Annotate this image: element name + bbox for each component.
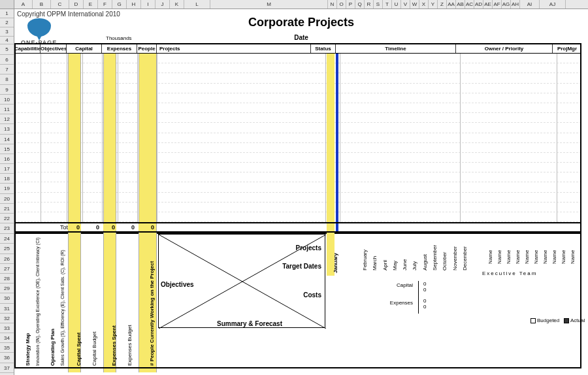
sec-objectives: Objectives bbox=[161, 281, 213, 288]
col-header-N[interactable]: N bbox=[328, 0, 337, 8]
capital-spent-label: Capital Spent bbox=[76, 333, 82, 366]
legend-actual: Actual bbox=[570, 318, 585, 323]
legend-budgeted: Budgeted bbox=[537, 318, 559, 323]
col-header-AA[interactable]: AA bbox=[447, 0, 456, 8]
owner-name-7: Name bbox=[551, 255, 557, 264]
col-header-X[interactable]: X bbox=[419, 0, 429, 8]
col-header-P[interactable]: P bbox=[346, 0, 355, 8]
timeline-marker bbox=[336, 54, 338, 232]
row-header-24[interactable]: 24 bbox=[0, 234, 14, 244]
col-header-M[interactable]: M bbox=[210, 0, 328, 8]
exp-v2: 0 bbox=[423, 304, 426, 310]
month-june: June bbox=[402, 261, 408, 270]
row-header-30[interactable]: 30 bbox=[0, 293, 14, 303]
col-header-F[interactable]: F bbox=[98, 0, 112, 8]
col-header-E[interactable]: E bbox=[84, 0, 98, 8]
col-header-Z[interactable]: Z bbox=[438, 0, 447, 8]
owner-name-1: Name bbox=[497, 255, 502, 264]
col-header-J[interactable]: J bbox=[155, 0, 170, 8]
col-header-R[interactable]: R bbox=[365, 0, 374, 8]
row-header-21[interactable]: 21 bbox=[0, 204, 14, 214]
row-header-1[interactable]: 1 bbox=[0, 9, 14, 18]
month-february: February bbox=[362, 261, 368, 270]
row-header-18[interactable]: 18 bbox=[0, 174, 14, 184]
col-header-Y[interactable]: Y bbox=[429, 0, 438, 8]
col-header-G[interactable]: G bbox=[112, 0, 127, 8]
col-header-A[interactable]: A bbox=[14, 0, 33, 8]
row-header-11[interactable]: 11 bbox=[0, 105, 14, 114]
col-header-H[interactable]: H bbox=[127, 0, 141, 8]
col-header-AH[interactable]: AH bbox=[511, 0, 520, 8]
col-header-C[interactable]: C bbox=[51, 0, 69, 8]
row-header-3[interactable]: 3 bbox=[0, 27, 14, 37]
col-header-V[interactable]: V bbox=[401, 0, 410, 8]
col-header-I[interactable]: I bbox=[141, 0, 155, 8]
row-header-33[interactable]: 33 bbox=[0, 323, 14, 333]
select-all-corner[interactable] bbox=[0, 0, 14, 8]
column-header-band: Capabilities Objectives Capital Expenses… bbox=[14, 43, 581, 54]
col-header-L[interactable]: L bbox=[184, 0, 210, 8]
row-header-10[interactable]: 10 bbox=[0, 95, 14, 105]
col-header-Q[interactable]: Q bbox=[355, 0, 365, 8]
row-header-28[interactable]: 28 bbox=[0, 274, 14, 284]
row-header-5[interactable]: 5 bbox=[0, 44, 14, 55]
row-header-7[interactable]: 7 bbox=[0, 65, 14, 74]
col-header-T[interactable]: T bbox=[383, 0, 392, 8]
col-header-AG[interactable]: AG bbox=[502, 0, 511, 8]
row-header-12[interactable]: 12 bbox=[0, 114, 14, 124]
row-header-16[interactable]: 16 bbox=[0, 154, 14, 164]
hdr-expenses: Expenses bbox=[102, 44, 137, 53]
row-header-32[interactable]: 32 bbox=[0, 314, 14, 323]
col-header-U[interactable]: U bbox=[392, 0, 401, 8]
row-header-25[interactable]: 25 bbox=[0, 244, 14, 253]
owner-name-0: Name bbox=[487, 255, 493, 264]
col-header-O[interactable]: O bbox=[337, 0, 346, 8]
row-header-6[interactable]: 6 bbox=[0, 55, 14, 65]
row-header-20[interactable]: 20 bbox=[0, 194, 14, 204]
hdr-projects: Projects bbox=[157, 44, 311, 53]
col-header-AI[interactable]: AI bbox=[520, 0, 540, 8]
row-header-2[interactable]: 2 bbox=[0, 18, 14, 27]
col-header-AB[interactable]: AB bbox=[456, 0, 465, 8]
row-header-27[interactable]: 27 bbox=[0, 264, 14, 274]
col-header-K[interactable]: K bbox=[170, 0, 184, 8]
hdr-people: People bbox=[137, 44, 157, 53]
hdr-owner: Owner / Priority bbox=[456, 44, 553, 53]
row-header-13[interactable]: 13 bbox=[0, 124, 14, 134]
row-header-35[interactable]: 35 bbox=[0, 343, 14, 353]
operating-plan-label: Operating Plan bbox=[50, 329, 56, 366]
col-header-B[interactable]: B bbox=[33, 0, 51, 8]
row-header-4[interactable]: 4 bbox=[0, 37, 14, 44]
month-november: November bbox=[452, 261, 458, 270]
worksheet[interactable]: Copyright OPPM International 2010 ONE-PA… bbox=[14, 9, 588, 375]
owner-name-6: Name bbox=[542, 255, 548, 264]
row-header-15[interactable]: 15 bbox=[0, 144, 14, 154]
row-header-23[interactable]: 23 bbox=[0, 223, 14, 234]
col-header-AD[interactable]: AD bbox=[474, 0, 483, 8]
row-header-19[interactable]: 19 bbox=[0, 184, 14, 193]
col-header-AF[interactable]: AF bbox=[493, 0, 502, 8]
col-header-AC[interactable]: AC bbox=[465, 0, 474, 8]
row-header-8[interactable]: 8 bbox=[0, 74, 14, 84]
row-header-34[interactable]: 34 bbox=[0, 333, 14, 343]
col-header-AJ[interactable]: AJ bbox=[540, 0, 566, 8]
col-header-D[interactable]: D bbox=[69, 0, 84, 8]
row-header-17[interactable]: 17 bbox=[0, 164, 14, 174]
owner-name-8: Name bbox=[561, 255, 566, 264]
col-header-S[interactable]: S bbox=[374, 0, 383, 8]
row-header-31[interactable]: 31 bbox=[0, 304, 14, 314]
row-header-22[interactable]: 22 bbox=[0, 214, 14, 223]
month-march: March bbox=[372, 261, 378, 270]
row-header-9[interactable]: 9 bbox=[0, 85, 14, 95]
row-header-36[interactable]: 36 bbox=[0, 353, 14, 363]
col-header-AE[interactable]: AE bbox=[483, 0, 493, 8]
sec-target-dates: Target Dates bbox=[243, 263, 321, 270]
row-header-26[interactable]: 26 bbox=[0, 254, 14, 264]
strategy-map-label: Strategy Map bbox=[25, 333, 31, 366]
row-header-14[interactable]: 14 bbox=[0, 135, 14, 144]
row-header-29[interactable]: 29 bbox=[0, 284, 14, 293]
capital-budget-label: Capital Budget bbox=[91, 332, 97, 366]
data-grid[interactable] bbox=[14, 54, 581, 222]
col-header-W[interactable]: W bbox=[410, 0, 419, 8]
row-header-37[interactable]: 37 bbox=[0, 363, 14, 373]
